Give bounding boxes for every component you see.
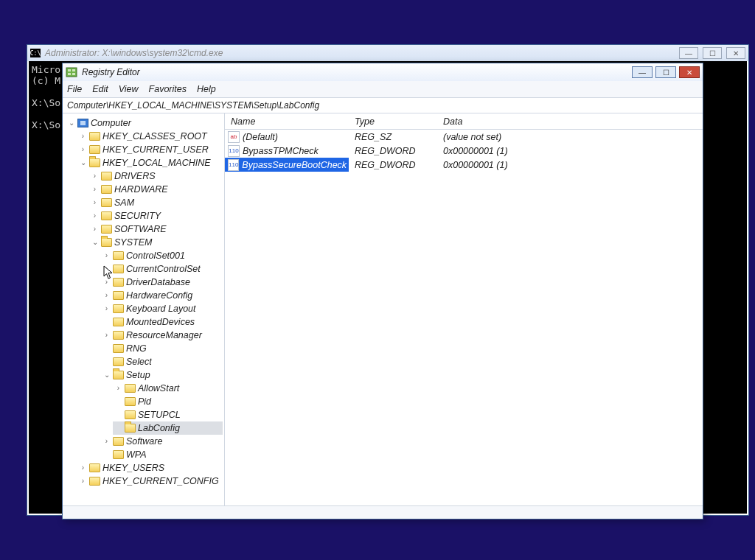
menu-help[interactable]: Help — [197, 84, 216, 94]
chevron-right-icon[interactable]: › — [91, 212, 99, 220]
key-tree[interactable]: ⌄ Computer ›HKEY_CLASSES_ROOT ›HKEY_CURR… — [63, 113, 225, 505]
chevron-right-icon[interactable]: › — [79, 477, 87, 486]
tree-allowstart[interactable]: ›AllowStart — [113, 382, 223, 395]
regedit-icon — [66, 66, 77, 78]
tree-system[interactable]: ⌄SYSTEM — [89, 236, 223, 249]
chevron-right-icon[interactable]: › — [102, 265, 111, 273]
chevron-down-icon[interactable]: ⌄ — [79, 159, 87, 167]
chevron-right-icon[interactable]: › — [102, 292, 111, 300]
status-bar — [63, 505, 703, 519]
address-bar[interactable]: Computer\HKEY_LOCAL_MACHINE\SYSTEM\Setup… — [63, 97, 703, 113]
regedit-max-button[interactable]: ☐ — [655, 66, 676, 78]
tree-hkcu[interactable]: ›HKEY_CURRENT_USER — [77, 143, 223, 156]
tree-drivers[interactable]: ›DRIVERS — [89, 169, 223, 183]
cmd-close-button[interactable]: ✕ — [726, 47, 745, 59]
chevron-down-icon[interactable]: ⌄ — [67, 119, 75, 127]
folder-icon — [101, 238, 112, 247]
tree-hkcc[interactable]: ›HKEY_CURRENT_CONFIG — [77, 475, 223, 488]
tree-kbd[interactable]: ›Keyboard Layout — [101, 302, 223, 315]
tree-hardware[interactable]: ›HARDWARE — [89, 183, 223, 196]
regedit-min-button[interactable]: — — [632, 66, 653, 78]
tree-cs001[interactable]: ›ControlSet001 — [101, 249, 223, 262]
col-data[interactable]: Data — [437, 116, 703, 127]
folder-icon — [89, 477, 100, 486]
folder-icon — [89, 158, 100, 167]
cmd-icon: C:\ — [30, 49, 41, 57]
tree-ccs[interactable]: ›CurrentControlSet — [101, 262, 223, 276]
tree-hku[interactable]: ›HKEY_USERS — [77, 461, 223, 475]
tree-soft2[interactable]: ›Software — [101, 435, 223, 448]
chevron-right-icon[interactable]: › — [102, 305, 111, 313]
folder-icon — [113, 278, 124, 287]
value-row[interactable]: ab(Default) REG_SZ (value not set) — [225, 130, 703, 144]
folder-icon — [101, 225, 112, 234]
folder-icon — [113, 251, 124, 260]
folder-icon — [101, 211, 112, 220]
string-value-icon: ab — [228, 131, 240, 143]
folder-icon — [113, 291, 124, 300]
folder-icon — [125, 410, 136, 419]
menu-favorites[interactable]: Favorites — [149, 84, 187, 94]
chevron-right-icon[interactable]: › — [102, 438, 111, 446]
svg-rect-3 — [68, 73, 71, 75]
tree-pid[interactable]: ›Pid — [113, 395, 223, 408]
tree-resmgr[interactable]: ›ResourceManager — [101, 329, 223, 342]
folder-icon — [113, 265, 124, 273]
tree-drvdb[interactable]: ›DriverDatabase — [101, 276, 223, 289]
cmd-min-button[interactable]: — — [679, 47, 698, 59]
tree-software[interactable]: ›SOFTWARE — [89, 223, 223, 236]
menu-file[interactable]: File — [67, 84, 82, 94]
chevron-right-icon[interactable]: › — [79, 464, 87, 472]
regedit-titlebar[interactable]: Registry Editor — ☐ ✕ — [63, 63, 703, 81]
tree-setupcl[interactable]: ›SETUPCL — [113, 408, 223, 421]
value-row[interactable]: 110BypassTPMCheck REG_DWORD 0x00000001 (… — [225, 144, 703, 158]
chevron-right-icon[interactable]: › — [102, 279, 111, 287]
folder-icon — [113, 357, 124, 366]
chevron-right-icon[interactable]: › — [91, 225, 99, 234]
value-list[interactable]: Name Type Data ab(Default) REG_SZ (value… — [225, 113, 703, 505]
chevron-right-icon[interactable]: › — [102, 332, 111, 340]
chevron-right-icon[interactable]: › — [91, 172, 99, 181]
folder-icon — [113, 318, 124, 326]
folder-icon — [113, 450, 124, 459]
cmd-max-button[interactable]: ☐ — [703, 47, 722, 59]
menu-view[interactable]: View — [119, 84, 139, 94]
tree-select[interactable]: ›Select — [101, 355, 223, 368]
tree-setup[interactable]: ⌄Setup — [101, 368, 223, 382]
cmd-titlebar[interactable]: C:\ Administrator: X:\windows\system32\c… — [27, 45, 748, 61]
dword-value-icon: 110 — [228, 159, 239, 171]
folder-icon — [113, 331, 124, 340]
chevron-right-icon[interactable]: › — [91, 199, 99, 207]
chevron-right-icon[interactable]: › — [102, 252, 111, 260]
tree-computer[interactable]: ⌄ Computer — [66, 116, 223, 130]
col-name[interactable]: Name — [225, 116, 349, 127]
menu-edit[interactable]: Edit — [92, 84, 108, 94]
chevron-right-icon[interactable]: › — [91, 186, 99, 194]
chevron-right-icon[interactable]: › — [79, 146, 87, 154]
chevron-down-icon[interactable]: ⌄ — [102, 371, 111, 379]
tree-sam[interactable]: ›SAM — [89, 196, 223, 209]
tree-hkcr[interactable]: ›HKEY_CLASSES_ROOT — [77, 130, 223, 143]
folder-icon — [101, 172, 112, 181]
tree-labconfig[interactable]: ›LabConfig — [113, 421, 223, 435]
tree-hklm[interactable]: ⌄HKEY_LOCAL_MACHINE — [77, 156, 223, 169]
regedit-close-button[interactable]: ✕ — [679, 66, 700, 78]
chevron-down-icon[interactable]: ⌄ — [91, 239, 99, 247]
dword-value-icon: 110 — [228, 145, 240, 157]
computer-icon — [77, 119, 88, 127]
folder-icon — [113, 437, 124, 446]
tree-hwcfg[interactable]: ›HardwareConfig — [101, 289, 223, 302]
tree-rng[interactable]: ›RNG — [101, 342, 223, 355]
value-row-selected[interactable]: 110BypassSecureBootCheck REG_DWORD 0x000… — [225, 158, 703, 172]
tree-mdev[interactable]: ›MountedDevices — [101, 315, 223, 329]
tree-security[interactable]: ›SECURITY — [89, 209, 223, 223]
folder-icon — [125, 424, 136, 433]
tree-wpa[interactable]: ›WPA — [101, 448, 223, 461]
col-type[interactable]: Type — [349, 116, 437, 127]
folder-icon — [113, 304, 124, 313]
value-header[interactable]: Name Type Data — [225, 113, 703, 130]
chevron-right-icon[interactable]: › — [79, 133, 87, 141]
chevron-right-icon[interactable]: › — [114, 385, 122, 393]
folder-icon — [125, 397, 136, 406]
folder-icon — [101, 198, 112, 207]
